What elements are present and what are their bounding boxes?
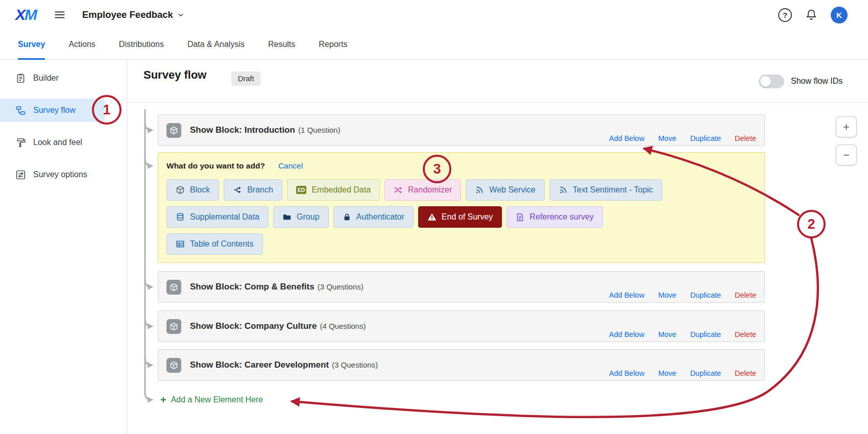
sidebar-item-label: Survey options [33,170,87,179]
add-below-link[interactable]: Add Below [609,291,644,299]
tab-survey[interactable]: Survey [18,30,45,59]
chevron-down-icon[interactable] [177,11,184,18]
add-option-embedded-data[interactable]: ED Embedded Data [287,179,380,201]
tab-results[interactable]: Results [268,30,295,59]
sidebar-item-look-and-feel[interactable]: Look and feel [0,131,127,154]
duplicate-link[interactable]: Duplicate [690,369,721,377]
user-avatar[interactable]: K [831,7,848,23]
document-icon [516,213,524,222]
block-name: Show Block: Company Culture [190,321,317,331]
zoom-in-button[interactable]: + [836,116,857,137]
show-flow-ids-label: Show flow IDs [791,77,842,86]
notifications-bell-icon[interactable] [805,9,817,21]
survey-options-icon [15,170,26,180]
delete-link[interactable]: Delete [735,134,756,142]
paint-roller-icon [15,137,26,148]
zoom-out-button[interactable]: − [836,144,857,165]
tab-data-analysis[interactable]: Data & Analysis [187,30,245,59]
zoom-out-glyph: − [843,149,850,162]
add-option-label: Web Service [489,185,535,195]
flow-block-company-culture[interactable]: Show Block: Company Culture(4 Questions)… [158,310,765,342]
block-cube-icon [166,280,181,295]
add-option-label: Supplemental Data [190,212,259,222]
add-below-link[interactable]: Add Below [609,369,644,377]
add-option-supplemental-data[interactable]: Supplemental Data [166,206,269,228]
add-new-element-label: Add a New Element Here [171,395,263,404]
sidebar-item-label: Builder [33,74,59,83]
duplicate-link[interactable]: Duplicate [690,291,721,299]
add-option-text-sentiment[interactable]: Text Sentiment - Topic [549,179,662,201]
sidebar-item-builder[interactable]: Builder [0,66,127,90]
help-icon[interactable]: ? [778,8,792,22]
survey-flow-page: XM Employee Feedback ? K Survey Actions … [0,0,868,434]
add-option-label: End of Survey [442,212,493,222]
flow-block-introduction[interactable]: Show Block: Introduction(1 Question) Add… [158,114,765,146]
block-title: Show Block: Comp & Benefits(3 Questions) [190,282,364,292]
delete-link[interactable]: Delete [735,291,756,299]
xm-logo-m: M [25,6,36,23]
move-link[interactable]: Move [658,134,676,142]
add-option-block[interactable]: Block [166,179,219,201]
survey-flow-icon [15,105,26,116]
duplicate-link[interactable]: Duplicate [690,134,721,142]
block-title: Show Block: Introduction(1 Question) [190,125,340,135]
add-option-label: Group [297,212,319,222]
hamburger-menu-icon[interactable] [54,9,66,21]
add-option-randomizer[interactable]: Randomizer [384,179,461,201]
ed-badge: ED [296,186,307,195]
add-option-label: Randomizer [408,185,452,195]
add-option-label: Text Sentiment - Topic [573,185,653,195]
main-tabbar: Survey Actions Distributions Data & Anal… [0,30,868,60]
add-option-end-of-survey[interactable]: End of Survey [418,206,502,228]
tab-distributions[interactable]: Distributions [119,30,164,59]
block-name: Show Block: Introduction [190,125,295,135]
embedded-data-icon: ED [296,186,307,195]
block-cube-icon [166,319,181,334]
block-actions: Add Below Move Duplicate Delete [609,291,756,299]
toggle-knob [760,76,771,87]
add-new-element-link[interactable]: + Add a New Element Here [160,393,263,406]
add-option-authenticator[interactable]: Authenticator [333,206,414,228]
tab-reports[interactable]: Reports [319,30,347,59]
lock-icon [343,213,351,222]
add-option-branch[interactable]: Branch [224,179,282,201]
sidebar-item-label: Survey flow [33,106,76,115]
text-sentiment-icon [559,185,568,195]
move-link[interactable]: Move [658,291,676,299]
add-option-group[interactable]: Group [273,206,328,228]
xm-logo-x: X [15,6,25,23]
add-below-link[interactable]: Add Below [609,330,644,339]
zoom-in-glyph: + [843,120,850,134]
flow-block-comp-benefits[interactable]: Show Block: Comp & Benefits(3 Questions)… [158,271,765,303]
move-link[interactable]: Move [658,369,676,377]
block-actions: Add Below Move Duplicate Delete [609,134,756,142]
add-option-label: Authenticator [356,212,404,222]
delete-link[interactable]: Delete [735,330,756,339]
sidebar-item-survey-options[interactable]: Survey options [0,163,127,186]
delete-link[interactable]: Delete [735,369,756,377]
sidebar-item-survey-flow[interactable]: Survey flow [0,99,105,122]
add-below-link[interactable]: Add Below [609,134,644,142]
annotation-number: 2 [807,216,815,232]
header-divider [127,102,868,103]
block-question-count: (3 Questions) [332,360,378,369]
add-option-label: Block [190,185,210,195]
cancel-link[interactable]: Cancel [278,161,303,171]
tab-actions[interactable]: Actions [68,30,95,59]
block-name: Show Block: Comp & Benefits [190,282,315,292]
sidebar: Builder Survey flow Look and feel Survey… [0,60,127,434]
add-option-web-service[interactable]: Web Service [466,179,544,201]
flow-block-career-development[interactable]: Show Block: Career Development(3 Questio… [158,349,765,381]
xm-logo[interactable]: XM [15,6,36,23]
plus-icon: + [160,395,166,405]
move-link[interactable]: Move [658,330,676,339]
add-option-table-of-contents[interactable]: Table of Contents [166,233,263,255]
sidebar-item-label: Look and feel [33,138,82,147]
add-panel-row-1: Block Branch ED Embedded Data Randomizer [166,179,756,201]
add-option-reference-survey[interactable]: Reference survey [507,206,602,228]
folder-icon [282,212,292,222]
duplicate-link[interactable]: Duplicate [690,330,721,339]
project-title[interactable]: Employee Feedback [82,9,173,20]
show-flow-ids-toggle[interactable] [759,75,784,88]
block-name: Show Block: Career Development [190,360,329,370]
